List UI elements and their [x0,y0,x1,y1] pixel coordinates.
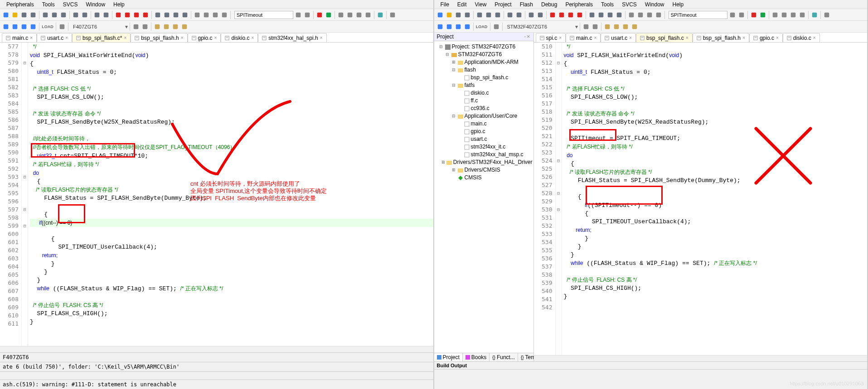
tree-main-c[interactable]: main.c [435,120,533,128]
saveall-icon[interactable] [463,11,471,19]
tree-ff-c[interactable]: ff.c [435,97,533,105]
new-icon[interactable] [2,11,10,19]
save-icon[interactable] [20,11,28,19]
target-dropdown-icon[interactable]: ▾ [125,24,128,30]
debug-icon[interactable] [750,11,758,19]
bookmark-icon[interactable] [123,11,131,19]
redo-icon[interactable] [81,11,89,19]
window-icon[interactable] [376,11,384,19]
indent-icon[interactable] [172,11,180,19]
undo-icon[interactable] [72,11,80,19]
misc-icon[interactable] [636,11,645,19]
cfg-icon[interactable] [346,11,354,19]
target-cfg-icon[interactable] [591,23,599,31]
cfg-icon[interactable] [771,11,779,19]
target-selector[interactable]: STM32F407ZGT6 [507,24,548,29]
misc-icon[interactable] [655,11,663,19]
tab-spi-c[interactable]: spi.c× [536,33,566,42]
layout-icon[interactable] [171,23,179,31]
right-code-area[interactable]: */ void SPI_FLASH_WaitForWriteEnd(void) … [562,43,868,355]
indent-icon[interactable] [588,11,596,19]
tab-bsp-spi-flash-h[interactable]: bsp_spi_flash.h× [131,33,187,42]
tab-close-icon[interactable]: × [742,35,745,40]
tab-stm32f4xx-hal-spi-h[interactable]: stm32f4xx_hal_spi.h× [258,33,326,42]
build-icon[interactable] [20,23,28,31]
tree-application-mdk-arm[interactable]: ⊞Application/MDK-ARM [435,58,533,66]
proj-tab-books[interactable]: Books [463,353,490,361]
menu-peripherals[interactable]: Peripherals [562,1,596,8]
find-icon[interactable] [303,11,311,19]
back-icon[interactable] [93,11,101,19]
tab-main-c[interactable]: main.c× [566,33,601,42]
bookmark-icon[interactable] [141,11,150,19]
tab-close-icon[interactable]: × [214,35,217,40]
tab-usart-c[interactable]: usart.c× [601,33,636,42]
target-cfg-icon[interactable] [582,23,590,31]
tab-diskio-c[interactable]: diskio.c× [221,33,258,42]
target-cfg-icon[interactable] [141,23,149,31]
bookmark-icon[interactable] [576,11,584,19]
tab-gpio-c[interactable]: gpio.c× [188,33,221,42]
menu-peripherals[interactable]: Peripherals [3,1,38,8]
tree-flash[interactable]: ⊟flash [435,66,533,74]
cut-icon[interactable] [475,11,484,19]
tab-gpio-c[interactable]: gpio.c× [749,33,783,42]
build-icon[interactable] [463,23,471,31]
cfg-icon[interactable] [337,11,345,19]
redo-icon[interactable] [515,11,523,19]
saveall-icon[interactable] [29,11,37,19]
layout-icon[interactable] [630,23,639,31]
tree-stm32f4xx-it-c[interactable]: stm32f4xx_it.c [435,143,533,151]
tree-drivers-stm32f4xx-hal-driver[interactable]: ⊞Drivers/STM32F4xx_HAL_Driver [435,158,533,166]
menu-edit[interactable]: Edit [454,1,470,8]
misc-icon[interactable] [220,11,228,19]
tab-main-c[interactable]: main.c× [2,33,37,42]
tab-bsp-spi-flash-c-[interactable]: bsp_spi_flash.c*× [72,33,131,42]
paste-icon[interactable] [494,11,502,19]
cfg-icon[interactable] [789,11,797,19]
tree-cmsis[interactable]: CMSIS [435,174,533,182]
indent-icon[interactable] [606,11,614,19]
proj-tab-project[interactable]: Project [434,353,463,361]
build-icon[interactable] [2,23,10,31]
wrench-icon[interactable] [388,11,397,19]
wrench-icon[interactable] [823,11,831,19]
proj-tab-funct[interactable]: {}Funct... [490,353,518,361]
bookmark-icon[interactable] [548,11,557,19]
search-input[interactable] [669,11,727,19]
menu-project[interactable]: Project [491,1,515,8]
menu-flash[interactable]: Flash [516,1,537,8]
menu-svcs[interactable]: SVCS [618,1,640,8]
layout-icon[interactable] [153,23,161,31]
build-icon[interactable] [436,23,444,31]
tree-application-user-core[interactable]: ⊟Application/User/Core [435,112,533,120]
tab-close-icon[interactable]: × [594,35,596,40]
layout-icon[interactable] [612,23,621,31]
menu-window[interactable]: Window [82,1,109,8]
build-icon[interactable] [454,23,462,31]
menu-help[interactable]: Help [110,1,128,8]
bookmark-icon[interactable] [114,11,122,19]
find-icon[interactable] [728,11,737,19]
tab-close-icon[interactable]: × [629,35,632,40]
copy-icon[interactable] [50,11,58,19]
run-icon[interactable] [759,11,767,19]
find-icon[interactable] [737,11,746,19]
tree-cc936-c[interactable]: cc936.c [435,105,533,112]
debug-icon[interactable] [315,11,324,19]
open-icon[interactable] [11,11,19,19]
bookmark-icon[interactable] [558,11,566,19]
load-icon[interactable]: LOAD [41,23,54,31]
misc-icon[interactable] [645,11,654,19]
tab-close-icon[interactable]: × [320,35,323,40]
misc-icon[interactable] [627,11,635,19]
right-fold-column[interactable]: ⊟ ⊟ ⊟ ⊟ [556,43,562,355]
tab-close-icon[interactable]: × [559,35,562,40]
outdent-icon[interactable] [597,11,605,19]
fwd-icon[interactable] [536,11,544,19]
left-hscroll[interactable] [0,346,433,352]
undo-icon[interactable] [506,11,514,19]
left-fold-column[interactable]: ⊟ ⊟ ⊟ ⊟ [22,43,28,346]
build-icon[interactable] [445,23,453,31]
layout-icon[interactable] [621,23,630,31]
